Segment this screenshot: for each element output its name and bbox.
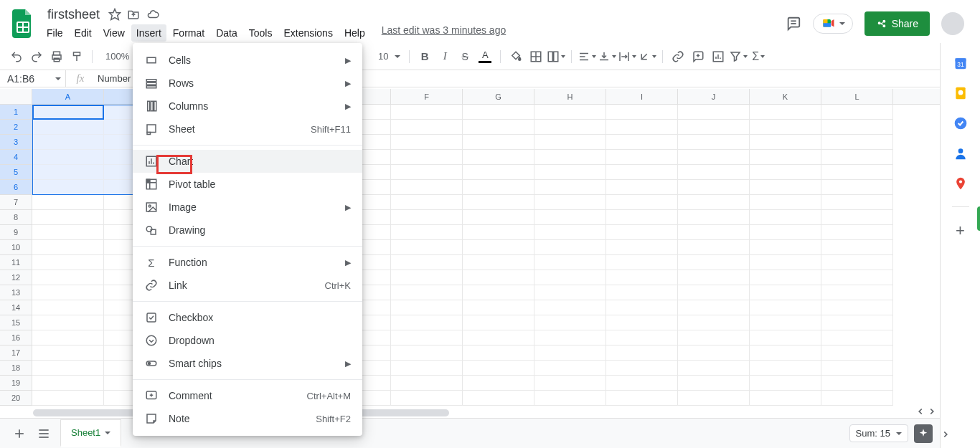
cell[interactable] xyxy=(534,361,606,376)
sheets-logo-icon[interactable] xyxy=(6,9,40,38)
cell[interactable] xyxy=(534,105,606,120)
menu-edit[interactable]: Edit xyxy=(70,24,97,42)
cell[interactable] xyxy=(821,255,893,270)
cell[interactable] xyxy=(534,180,606,195)
cell[interactable] xyxy=(32,195,104,210)
font-size-select[interactable]: 10 xyxy=(370,51,403,62)
cell[interactable] xyxy=(678,330,750,345)
cell[interactable] xyxy=(391,135,463,150)
column-header[interactable]: A xyxy=(32,89,104,104)
row-header[interactable]: 4 xyxy=(0,150,32,165)
menu-data[interactable]: Data xyxy=(211,24,242,42)
cell[interactable] xyxy=(534,330,606,345)
meet-button[interactable] xyxy=(813,14,853,34)
insert-link[interactable]: Link Ctrl+K xyxy=(133,274,362,297)
cell[interactable] xyxy=(391,361,463,376)
row-header[interactable]: 8 xyxy=(0,210,32,225)
cell[interactable] xyxy=(32,285,104,300)
column-header[interactable]: G xyxy=(463,89,534,104)
insert-link-button[interactable] xyxy=(669,47,687,66)
row-header[interactable]: 12 xyxy=(0,270,32,285)
cell[interactable] xyxy=(606,376,678,391)
cell[interactable] xyxy=(678,285,750,300)
document-title[interactable]: firstsheet xyxy=(44,6,103,23)
cell[interactable] xyxy=(32,315,104,330)
cell[interactable] xyxy=(463,150,534,165)
cell[interactable] xyxy=(750,376,821,391)
cell[interactable] xyxy=(391,180,463,195)
cell[interactable] xyxy=(32,255,104,270)
row-header[interactable]: 17 xyxy=(0,345,32,361)
cell[interactable] xyxy=(463,270,534,285)
cell[interactable] xyxy=(463,225,534,240)
cell[interactable] xyxy=(821,120,893,135)
cell[interactable] xyxy=(606,345,678,361)
cell[interactable] xyxy=(32,165,104,180)
cell[interactable] xyxy=(606,300,678,315)
cell[interactable] xyxy=(391,150,463,165)
insert-comment[interactable]: Comment Ctrl+Alt+M xyxy=(133,384,362,407)
cell[interactable] xyxy=(678,376,750,391)
get-addons-button[interactable]: + xyxy=(956,223,965,239)
row-header[interactable]: 5 xyxy=(0,165,32,180)
cell[interactable] xyxy=(534,135,606,150)
cell[interactable] xyxy=(463,210,534,225)
row-header[interactable]: 10 xyxy=(0,240,32,255)
cell[interactable] xyxy=(606,270,678,285)
cell[interactable] xyxy=(391,345,463,361)
cell[interactable] xyxy=(606,391,678,406)
all-sheets-button[interactable] xyxy=(32,423,56,444)
maps-icon[interactable] xyxy=(953,176,968,191)
cell[interactable] xyxy=(534,376,606,391)
column-header[interactable]: J xyxy=(678,89,750,104)
insert-dropdown[interactable]: Dropdown xyxy=(133,329,362,352)
cell[interactable] xyxy=(534,270,606,285)
row-header[interactable]: 7 xyxy=(0,195,32,210)
cell[interactable] xyxy=(606,105,678,120)
row-header[interactable]: 15 xyxy=(0,315,32,330)
row-header[interactable]: 9 xyxy=(0,225,32,240)
text-rotation-button[interactable] xyxy=(638,47,656,66)
menu-tools[interactable]: Tools xyxy=(244,24,278,42)
cell[interactable] xyxy=(678,255,750,270)
side-rail-collapse-button[interactable] xyxy=(941,429,980,439)
cell[interactable] xyxy=(678,195,750,210)
cell[interactable] xyxy=(32,240,104,255)
cell[interactable] xyxy=(463,315,534,330)
cell[interactable] xyxy=(606,210,678,225)
activity-icon[interactable] xyxy=(786,16,801,32)
cell[interactable] xyxy=(821,300,893,315)
insert-smart-chips[interactable]: Smart chips ▶ xyxy=(133,352,362,375)
strikethrough-button[interactable]: S xyxy=(456,47,474,66)
cell[interactable] xyxy=(463,105,534,120)
insert-rows[interactable]: Rows ▶ xyxy=(133,72,362,95)
cell[interactable] xyxy=(750,120,821,135)
fill-color-button[interactable] xyxy=(507,47,525,66)
cell[interactable] xyxy=(463,255,534,270)
cell[interactable] xyxy=(606,120,678,135)
add-sheet-button[interactable] xyxy=(7,423,32,444)
share-button[interactable]: Share xyxy=(864,11,930,36)
cell[interactable] xyxy=(821,345,893,361)
menu-help[interactable]: Help xyxy=(339,24,370,42)
text-wrap-button[interactable] xyxy=(618,47,636,66)
cell[interactable] xyxy=(821,270,893,285)
insert-columns[interactable]: Columns ▶ xyxy=(133,95,362,118)
cell[interactable] xyxy=(678,180,750,195)
cell[interactable] xyxy=(534,240,606,255)
select-all-corner[interactable] xyxy=(0,89,32,104)
borders-button[interactable] xyxy=(527,47,545,66)
cell[interactable] xyxy=(750,225,821,240)
cell[interactable] xyxy=(750,135,821,150)
functions-button[interactable]: Σ xyxy=(749,47,768,66)
italic-button[interactable]: I xyxy=(435,47,454,66)
cell[interactable] xyxy=(678,240,750,255)
menu-extensions[interactable]: Extensions xyxy=(278,24,337,42)
tasks-icon[interactable] xyxy=(953,116,968,130)
scroll-arrows[interactable] xyxy=(915,406,937,416)
formula-input[interactable]: Number xyxy=(95,73,131,84)
cell[interactable] xyxy=(750,255,821,270)
cell[interactable] xyxy=(534,210,606,225)
cell[interactable] xyxy=(821,315,893,330)
cell[interactable] xyxy=(678,300,750,315)
